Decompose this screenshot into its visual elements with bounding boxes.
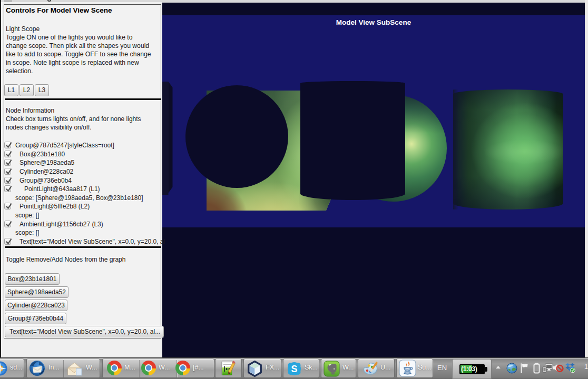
- svg-text:S: S: [291, 364, 297, 374]
